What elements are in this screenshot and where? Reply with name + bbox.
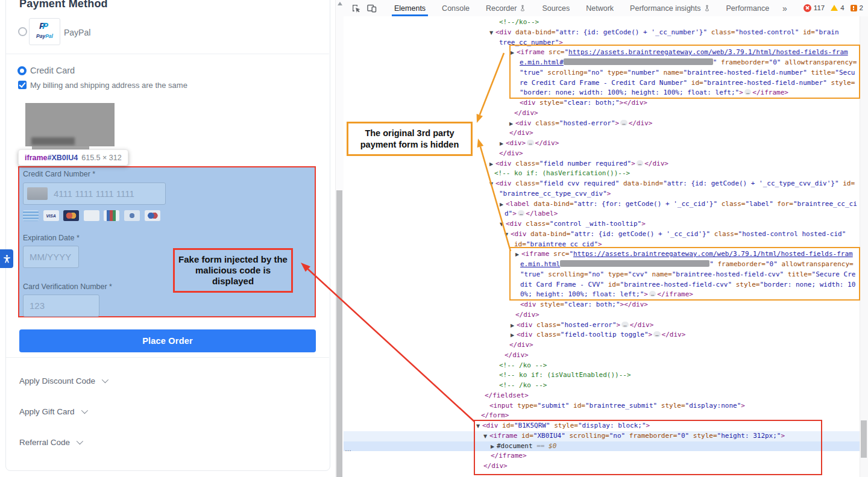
code-token: </iframe> — [752, 89, 788, 96]
apply-discount-code-toggle[interactable]: Apply Discount Code — [19, 374, 107, 387]
code-line[interactable]: </iframe> — [344, 451, 860, 461]
expand-arrow-icon[interactable]: ▶ — [511, 331, 517, 341]
code-line[interactable]: ▶<div class="field-tooltip toggle">…</di… — [344, 330, 860, 340]
expand-arrow-icon[interactable]: ▶ — [500, 200, 506, 210]
code-line[interactable]: </div> — [344, 310, 860, 320]
code-line[interactable]: <div style="clear: both;"></div> — [344, 98, 860, 108]
expand-arrow-icon[interactable]: ▼ — [489, 179, 495, 190]
expand-arrow-icon[interactable]: ▶ — [500, 139, 506, 149]
paypal-logo-mark-icon: P P — [30, 19, 60, 33]
code-token: class= — [533, 321, 561, 329]
expand-arrow-icon[interactable]: ▶ — [509, 119, 515, 129]
toggle-device-toolbar-button[interactable] — [364, 1, 380, 16]
code-line[interactable]: ▼<div data-bind="attr: {id: getCode() + … — [344, 229, 860, 240]
code-line[interactable]: ▶<iframe src="https://assets.braintreega… — [344, 48, 860, 58]
expand-arrow-icon[interactable]: ▶ — [489, 160, 495, 170]
tab-performance[interactable]: Performance — [726, 1, 770, 16]
tab-console[interactable]: Console — [442, 1, 470, 16]
code-line[interactable]: ▶<label data-bind="attr: {for: getCode()… — [344, 199, 860, 210]
warning-count[interactable]: 4 — [840, 4, 844, 11]
expand-arrow-icon[interactable]: ▶ — [511, 48, 517, 58]
expand-arrow-icon[interactable]: ▼ — [489, 28, 495, 39]
expand-arrow-icon[interactable]: ▼ — [500, 220, 506, 230]
tab-elements[interactable]: Elements — [394, 1, 426, 16]
warning-icon[interactable] — [831, 5, 838, 11]
devtools-scrollbar-track[interactable] — [860, 16, 868, 477]
code-line[interactable]: </div> — [344, 340, 860, 351]
devtools-scrollbar-thumb[interactable] — [861, 420, 867, 458]
code-token: "attr: {for: getCode() + '_cc_cid'}" — [574, 200, 717, 208]
expiration-input[interactable]: MM/YYYY — [23, 246, 79, 268]
code-line[interactable]: <div style="clear: both;"></div> — [344, 300, 860, 310]
billing-same-checkbox[interactable] — [18, 81, 27, 89]
issues-icon[interactable] — [851, 5, 857, 11]
code-line[interactable]: tree_cc_number"> — [344, 38, 860, 48]
code-line[interactable]: ▼<div id="B1K5QRW" style="display: block… — [344, 421, 860, 431]
scrollbar-up-arrow-icon[interactable] — [338, 2, 342, 5]
code-line[interactable]: ▼<iframe id="XB0IU4" scrolling="no" fram… — [344, 431, 860, 441]
code-line[interactable]: ▶<div class="hosted-error">…</div> — [344, 320, 860, 331]
code-token: </div> — [505, 351, 529, 359]
code-line[interactable]: ▼<div class="field cvv required" data-bi… — [344, 179, 860, 189]
code-line[interactable]: id="braintree cc cid"> — [344, 240, 860, 250]
code-line[interactable]: </fieldset> — [344, 391, 860, 401]
code-line[interactable]: "braintree_cc_type_cvv_div"> — [344, 189, 860, 199]
code-token: "true" — [520, 270, 544, 278]
code-line[interactable]: 0%; height: 100%; float: left;">…</ifram… — [344, 290, 860, 300]
tab-recorder[interactable]: Recorder — [486, 1, 526, 16]
tab-sources[interactable]: Sources — [542, 1, 570, 16]
code-line[interactable]: <!--/ko--> — [344, 17, 860, 28]
expand-arrow-icon[interactable]: ▶ — [491, 442, 497, 452]
code-line[interactable]: e.min.html" frameborder="0" allowtranspa… — [344, 260, 860, 270]
ellipsis-icon: … — [620, 120, 627, 126]
expand-arrow-icon[interactable]: ▼ — [483, 432, 489, 442]
tab-performance-insights[interactable]: Performance insights — [630, 1, 709, 16]
expand-arrow-icon[interactable]: ▼ — [505, 230, 511, 240]
code-line[interactable]: re Credit Card Frame - Credit Card Numbe… — [344, 78, 860, 89]
accessibility-widget-button[interactable] — [0, 249, 13, 268]
credit-card-radio[interactable] — [17, 66, 27, 75]
code-token: class= — [533, 331, 561, 338]
code-line[interactable]: ▶#document == $0 — [344, 441, 860, 452]
code-line[interactable]: d">…</label> — [344, 209, 860, 219]
code-line[interactable]: <!-- ko if: (isVaultEnabled())--> — [344, 370, 860, 381]
code-line[interactable]: ▼<div data-bind="attr: {id: getCode() + … — [344, 28, 860, 38]
tab-network[interactable]: Network — [586, 1, 614, 16]
more-tabs-button[interactable]: » — [782, 4, 787, 13]
expand-arrow-icon[interactable]: ▶ — [515, 250, 521, 260]
code-line[interactable]: ▶<iframe src="https://assets.braintreega… — [344, 249, 860, 260]
code-line[interactable]: </div> — [344, 108, 860, 119]
row-actions-ellipsis-icon[interactable]: … — [345, 445, 352, 452]
code-line[interactable]: "true" scrolling="no" type="number" name… — [344, 68, 860, 78]
code-line[interactable]: </div> — [344, 461, 860, 472]
expand-arrow-icon[interactable]: ▶ — [511, 321, 517, 331]
code-line[interactable]: <input type="submit" id="braintree_submi… — [344, 401, 860, 411]
cvv-input[interactable]: 123 — [23, 295, 99, 317]
code-line[interactable]: "true" scrolling="no" type="cvv" name="b… — [344, 270, 860, 280]
error-icon[interactable] — [804, 4, 811, 12]
code-line[interactable]: e.min.html#" frameborder="0" allowtransp… — [344, 58, 860, 68]
discover-card-icon — [84, 210, 99, 221]
paypal-radio[interactable] — [18, 27, 27, 36]
code-line[interactable]: <!-- ko if: (hasVerification())--> — [344, 169, 860, 179]
code-line[interactable]: <!-- /ko --> — [344, 381, 860, 391]
code-line[interactable]: ▼<div class="control _with-tooltip"> — [344, 219, 860, 229]
page-scrollbar-thumb[interactable] — [336, 190, 342, 477]
expand-arrow-icon[interactable]: ▼ — [476, 422, 482, 432]
code-token: <div — [495, 179, 512, 187]
code-line[interactable]: ▶<div class="field number required">…</d… — [344, 159, 860, 169]
code-line[interactable]: </div> — [344, 351, 860, 361]
code-line[interactable]: <!-- /ko --> — [344, 361, 860, 371]
tab-recorder-label: Recorder — [486, 4, 517, 13]
apply-gift-card-toggle[interactable]: Apply Gift Card — [19, 405, 86, 418]
referral-code-toggle[interactable]: Referral Code — [19, 435, 81, 449]
inspect-element-button[interactable] — [348, 1, 364, 16]
issues-count[interactable]: 2 — [860, 4, 863, 11]
cc-number-input[interactable]: 4111 1111 1111 1111 — [23, 182, 166, 205]
code-line[interactable]: "border: none; width: 100%; height: 100%… — [344, 88, 860, 98]
place-order-button[interactable]: Place Order — [19, 329, 316, 352]
error-count[interactable]: 117 — [814, 4, 825, 11]
code-token: tree_cc_number" — [499, 39, 559, 46]
code-line[interactable]: </form> — [344, 411, 860, 421]
code-line[interactable]: dit Card Frame - CVV" id="braintree-host… — [344, 280, 860, 290]
